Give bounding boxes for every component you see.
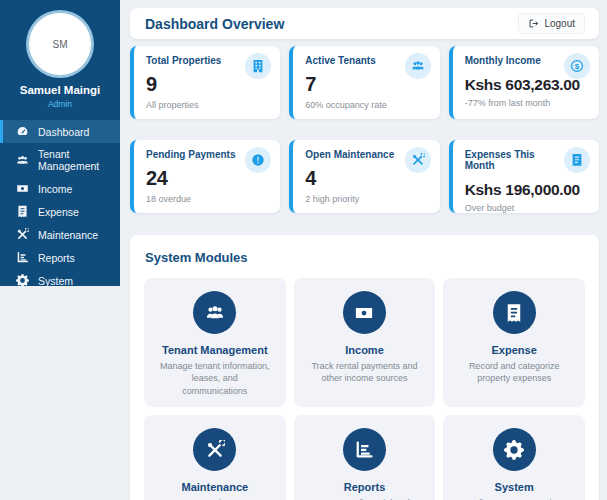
module-title: Expense bbox=[451, 344, 577, 356]
stat-subtitle: All properties bbox=[146, 100, 270, 110]
sidebar: SM Samuel Maingi Admin Dashboard Tenant … bbox=[0, 0, 120, 286]
people-icon bbox=[405, 53, 431, 79]
stats-grid: Total Properties 9 All properties Active… bbox=[130, 46, 599, 213]
people-icon bbox=[193, 291, 236, 334]
module-description: Record and categorize property expenses bbox=[451, 360, 577, 385]
sidebar-nav: Dashboard Tenant Management Income Expen… bbox=[0, 120, 120, 292]
module-maintenance[interactable]: Maintenance Manage maintenance requests … bbox=[144, 415, 286, 500]
receipt-icon bbox=[564, 147, 590, 173]
module-description: Track rental payments and other income s… bbox=[302, 360, 428, 385]
stat-card-monthly-income: Monthly Income Kshs 603,263.00 -77% from… bbox=[449, 46, 599, 119]
sidebar-item-expense[interactable]: Expense bbox=[0, 200, 120, 223]
sidebar-item-label: Tenant Management bbox=[38, 148, 108, 172]
logout-label: Logout bbox=[544, 18, 575, 29]
module-title: Tenant Management bbox=[152, 344, 278, 356]
sidebar-item-label: Reports bbox=[38, 252, 75, 264]
main-content: Dashboard Overview Logout Total Properti… bbox=[130, 8, 599, 500]
user-name: Samuel Maingi bbox=[0, 84, 120, 96]
receipt-icon bbox=[16, 205, 29, 218]
module-title: System bbox=[451, 481, 577, 493]
sidebar-item-label: Dashboard bbox=[38, 126, 89, 138]
sidebar-item-label: System bbox=[38, 275, 73, 287]
module-expense[interactable]: Expense Record and categorize property e… bbox=[443, 278, 585, 407]
sidebar-item-reports[interactable]: Reports bbox=[0, 246, 120, 269]
module-tenant-management[interactable]: Tenant Management Manage tenant informat… bbox=[144, 278, 286, 407]
stat-value: Kshs 196,000.00 bbox=[465, 181, 589, 199]
avatar-initials: SM bbox=[53, 39, 68, 50]
page-title: Dashboard Overview bbox=[145, 16, 284, 32]
module-title: Reports bbox=[302, 481, 428, 493]
sidebar-item-tenant-management[interactable]: Tenant Management bbox=[0, 143, 120, 177]
bar-chart-icon bbox=[16, 251, 29, 264]
avatar: SM bbox=[29, 13, 91, 75]
stat-subtitle: 60% occupancy rate bbox=[305, 100, 429, 110]
sidebar-item-label: Expense bbox=[38, 206, 79, 218]
tools-icon bbox=[405, 147, 431, 173]
modules-grid: Tenant Management Manage tenant informat… bbox=[144, 278, 585, 500]
sidebar-item-dashboard[interactable]: Dashboard bbox=[0, 120, 120, 143]
sidebar-item-label: Income bbox=[38, 183, 72, 195]
receipt-icon bbox=[493, 291, 536, 334]
tools-icon bbox=[16, 228, 29, 241]
stat-card-active-tenants: Active Tenants 7 60% occupancy rate bbox=[289, 46, 439, 119]
module-system[interactable]: System Configure system settings and use… bbox=[443, 415, 585, 500]
module-title: Income bbox=[302, 344, 428, 356]
box-arrow-right-icon bbox=[528, 18, 539, 29]
cash-icon bbox=[343, 291, 386, 334]
stat-card-total-properties: Total Properties 9 All properties bbox=[130, 46, 280, 119]
module-description: Manage tenant information, leases, and c… bbox=[152, 360, 278, 397]
cash-icon bbox=[16, 182, 29, 195]
module-income[interactable]: Income Track rental payments and other i… bbox=[294, 278, 436, 407]
module-reports[interactable]: Reports Generate financial and operation… bbox=[294, 415, 436, 500]
speedometer-icon bbox=[16, 125, 29, 138]
gear-icon bbox=[493, 428, 536, 471]
stat-subtitle: 2 high priority bbox=[305, 194, 429, 204]
dollar-icon bbox=[564, 53, 590, 79]
logout-button[interactable]: Logout bbox=[518, 13, 585, 34]
stat-subtitle: Over budget bbox=[465, 203, 589, 213]
bar-chart-icon bbox=[343, 428, 386, 471]
module-title: Maintenance bbox=[152, 481, 278, 493]
user-role: Admin bbox=[0, 99, 120, 109]
stat-card-open-maintenance: Open Maintenance 4 2 high priority bbox=[289, 140, 439, 213]
stat-card-pending-payments: Pending Payments 24 18 overdue bbox=[130, 140, 280, 213]
stat-subtitle: -77% from last month bbox=[465, 98, 589, 108]
sidebar-item-system[interactable]: System bbox=[0, 269, 120, 292]
sidebar-item-label: Maintenance bbox=[38, 229, 98, 241]
modules-heading: System Modules bbox=[145, 250, 585, 265]
tools-icon bbox=[193, 428, 236, 471]
gear-icon bbox=[16, 274, 29, 287]
stat-value: Kshs 603,263.00 bbox=[465, 76, 589, 94]
people-icon bbox=[16, 154, 29, 167]
sidebar-item-income[interactable]: Income bbox=[0, 177, 120, 200]
stat-subtitle: 18 overdue bbox=[146, 194, 270, 204]
stat-card-expenses-this-month: Expenses This Month Kshs 196,000.00 Over… bbox=[449, 140, 599, 213]
system-modules-panel: System Modules Tenant Management Manage … bbox=[130, 235, 599, 500]
sidebar-item-maintenance[interactable]: Maintenance bbox=[0, 223, 120, 246]
page-header: Dashboard Overview Logout bbox=[130, 8, 599, 39]
